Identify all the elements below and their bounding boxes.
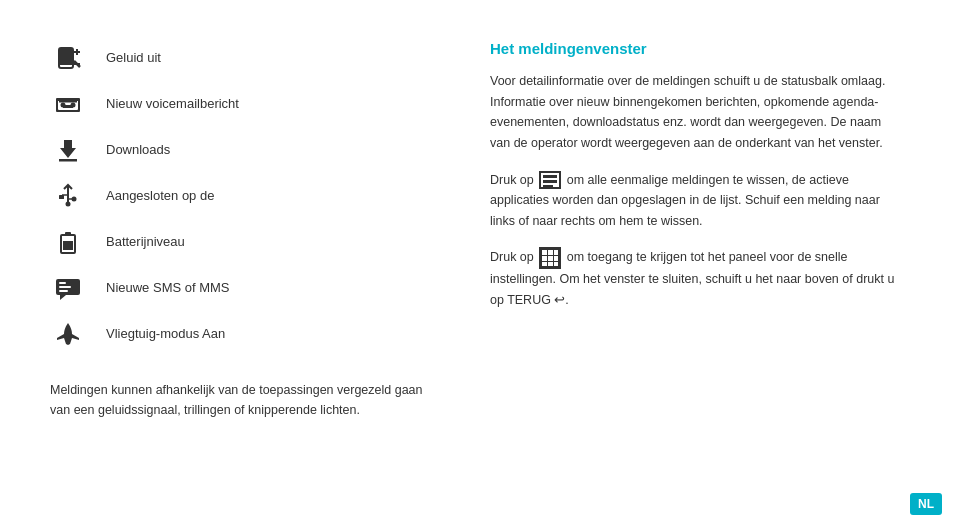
usb-label: Aangesloten op de [106, 188, 214, 205]
list-item: Batterijniveau [50, 224, 430, 260]
paragraph-1: Voor detailinformatie over de meldingen … [490, 71, 904, 154]
airplane-label: Vliegtuig-modus Aan [106, 326, 225, 343]
downloads-label: Downloads [106, 142, 170, 159]
nl-badge: NL [910, 493, 942, 515]
svg-rect-26 [59, 282, 66, 284]
clear-icon-inline [539, 171, 561, 189]
svg-rect-10 [63, 105, 73, 108]
battery-icon [50, 224, 86, 260]
battery-label: Batterijniveau [106, 234, 185, 251]
para2-before: Druk op [490, 173, 537, 187]
sms-icon [50, 270, 86, 306]
svg-rect-28 [59, 290, 68, 292]
list-item: Aangesloten op de [50, 178, 430, 214]
note-text: Meldingen kunnen afhankelijk van de toep… [50, 380, 430, 420]
svg-marker-25 [60, 295, 66, 300]
svg-rect-27 [59, 286, 71, 288]
voicemail-label: Nieuw voicemailbericht [106, 96, 239, 113]
list-item: Downloads [50, 132, 430, 168]
grid-icon-inline [539, 247, 561, 269]
svg-rect-11 [57, 99, 79, 101]
sound-off-icon [50, 40, 86, 76]
para3-before: Druk op [490, 251, 537, 265]
svg-rect-22 [65, 232, 71, 236]
paragraph-3: Druk op om toegang te krijgen tot het pa… [490, 247, 904, 310]
list-item: Nieuw voicemailbericht [50, 86, 430, 122]
list-item: Geluid uit [50, 40, 430, 76]
right-column: Het meldingenvenster Voor detailinformat… [490, 40, 904, 487]
list-item: Vliegtuig-modus Aan [50, 316, 430, 352]
paragraph-2: Druk op om alle eenmalige meldingen te w… [490, 170, 904, 232]
svg-rect-23 [63, 241, 73, 250]
usb-icon [50, 178, 86, 214]
airplane-icon [50, 316, 86, 352]
list-item: Nieuwe SMS of MMS [50, 270, 430, 306]
svg-point-19 [72, 197, 77, 202]
left-column: Geluid uit Nieuw voicemailbericht [50, 40, 430, 487]
svg-rect-17 [59, 195, 64, 199]
download-icon [50, 132, 86, 168]
svg-marker-13 [60, 140, 76, 158]
voicemail-icon [50, 86, 86, 122]
section-title: Het meldingenvenster [490, 40, 904, 57]
svg-rect-12 [59, 101, 77, 103]
svg-rect-1 [61, 50, 71, 64]
svg-point-20 [66, 202, 71, 207]
icon-list: Geluid uit Nieuw voicemailbericht [50, 40, 430, 352]
page-container: Geluid uit Nieuw voicemailbericht [0, 0, 954, 527]
sms-label: Nieuwe SMS of MMS [106, 280, 230, 297]
svg-rect-14 [59, 159, 77, 162]
sound-off-label: Geluid uit [106, 50, 161, 67]
